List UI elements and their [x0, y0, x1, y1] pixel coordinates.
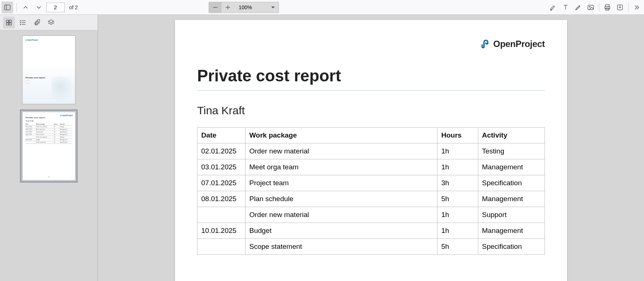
svg-point-23 — [20, 22, 21, 23]
col-header-date: Date — [198, 128, 246, 143]
pdf-page-2: OpenProject Private cost report Tina Kra… — [175, 20, 567, 281]
text-icon — [562, 4, 569, 11]
cell-activity: Management — [478, 223, 545, 239]
cell-hours: 1h — [438, 223, 478, 239]
page-number-input[interactable] — [46, 3, 65, 12]
thumbnail-list: ⎋ OpenProject Private cost report ——— ——… — [0, 30, 98, 281]
table-row: 03.01.2025 Meet orga team 1h Management — [198, 159, 545, 175]
cell-wp: Plan schedule — [246, 191, 438, 207]
layers-view-button[interactable] — [45, 17, 57, 28]
thumb-title: Private cost report — [26, 77, 45, 79]
person-name: Tina Kraft — [197, 104, 545, 117]
thumb-logo: ⎋ OpenProject — [60, 114, 73, 116]
highlight-tool-button[interactable] — [547, 1, 559, 13]
download-icon — [616, 4, 624, 11]
pdf-toolbar: of 2 100% — [0, 0, 644, 15]
cell-date — [198, 207, 246, 223]
next-page-button[interactable] — [33, 1, 45, 13]
sidebar: ⎋ OpenProject Private cost report ——— ——… — [0, 15, 98, 281]
svg-rect-17 — [6, 23, 9, 25]
layers-icon — [47, 19, 55, 26]
cell-wp: Order new material — [246, 207, 438, 223]
attachments-view-button[interactable] — [31, 17, 43, 28]
cell-hours: 1h — [438, 207, 478, 223]
cell-hours: 3h — [438, 175, 478, 191]
prev-page-button[interactable] — [20, 1, 31, 13]
print-button[interactable] — [601, 1, 613, 13]
paperclip-icon — [33, 19, 41, 26]
cell-activity: Management — [478, 191, 545, 207]
zoom-value: 100% — [239, 4, 252, 10]
draw-tool-button[interactable] — [572, 1, 584, 13]
thumbnail-page-1[interactable]: ⎋ OpenProject Private cost report ——— ——… — [22, 35, 75, 104]
cell-activity: Support — [478, 207, 545, 223]
thumb-subheading: Tina Kraft — [26, 120, 72, 122]
sidebar-icon — [4, 4, 11, 11]
chevrons-right-icon — [633, 4, 640, 11]
svg-point-22 — [20, 20, 21, 21]
cell-wp: Order new material — [246, 143, 438, 159]
thumbnail-page-2[interactable]: ⎋ OpenProject Private cost report Tina K… — [22, 112, 75, 180]
cell-date — [198, 239, 246, 255]
logo-text: OpenProject — [493, 39, 545, 49]
cell-wp: Project team — [246, 175, 438, 191]
table-row: Order new material 1h Support — [198, 207, 545, 223]
zoom-out-button[interactable] — [209, 2, 222, 13]
page-count-label: of 2 — [69, 4, 78, 10]
zoom-select[interactable]: 100% — [234, 2, 279, 13]
pencil-icon — [574, 4, 582, 11]
list-icon — [19, 19, 27, 26]
table-row: 07.01.2025 Project team 3h Specification — [198, 175, 545, 191]
cell-wp: Scope statement — [246, 239, 438, 255]
cell-wp: Budget — [246, 223, 438, 239]
svg-marker-25 — [48, 20, 54, 23]
chevron-up-icon — [22, 4, 29, 11]
openproject-logo-icon — [479, 38, 490, 50]
svg-rect-15 — [6, 20, 9, 22]
cell-date: 08.01.2025 — [198, 191, 246, 207]
cell-date: 10.01.2025 — [198, 223, 246, 239]
svg-rect-8 — [588, 5, 594, 10]
cost-report-table: Date Work package Hours Activity 02.01.2… — [197, 127, 545, 255]
thumb-table: DateWork packageHoursActivity 02.01.2025… — [26, 123, 72, 144]
cell-activity: Testing — [478, 143, 545, 159]
sidebar-tools — [0, 15, 98, 30]
cell-date: 07.01.2025 — [198, 175, 246, 191]
thumb-heading: Private cost report — [26, 116, 72, 119]
thumb-logo: ⎋ OpenProject — [26, 39, 38, 41]
openproject-logo: OpenProject — [479, 38, 545, 50]
svg-rect-10 — [606, 4, 609, 6]
svg-rect-0 — [5, 5, 10, 10]
table-row: Scope statement 5h Specification — [198, 239, 545, 255]
plus-icon — [224, 4, 232, 11]
cell-hours: 5h — [438, 191, 478, 207]
svg-rect-18 — [9, 23, 11, 25]
cell-activity: Management — [478, 159, 545, 175]
document-viewport[interactable]: OpenProject Private cost report Tina Kra… — [98, 15, 644, 281]
zoom-in-button[interactable] — [222, 2, 234, 13]
outline-view-button[interactable] — [17, 17, 29, 28]
thumbnails-view-button[interactable] — [3, 17, 15, 28]
image-tool-button[interactable] — [585, 1, 597, 13]
svg-point-9 — [589, 6, 590, 7]
table-row: 10.01.2025 Budget 1h Management — [198, 223, 545, 239]
svg-rect-16 — [9, 20, 11, 22]
cell-date: 03.01.2025 — [198, 159, 246, 175]
cell-hours: 5h — [438, 239, 478, 255]
more-tools-button[interactable] — [631, 1, 643, 13]
table-row: 08.01.2025 Plan schedule 5h Management — [198, 191, 545, 207]
col-header-wp: Work package — [246, 128, 438, 143]
cell-date: 02.01.2025 — [198, 143, 246, 159]
cell-activity: Specification — [478, 239, 545, 255]
separator — [628, 3, 628, 12]
text-tool-button[interactable] — [560, 1, 571, 13]
cell-hours: 1h — [438, 159, 478, 175]
col-header-activity: Activity — [478, 128, 545, 143]
col-header-hours: Hours — [438, 128, 478, 143]
highlighter-icon — [549, 4, 557, 11]
cell-activity: Specification — [478, 175, 545, 191]
thumb-decoration — [51, 77, 74, 102]
download-button[interactable] — [614, 1, 626, 13]
report-title: Private cost report — [197, 67, 545, 91]
toggle-sidebar-button[interactable] — [1, 1, 13, 13]
